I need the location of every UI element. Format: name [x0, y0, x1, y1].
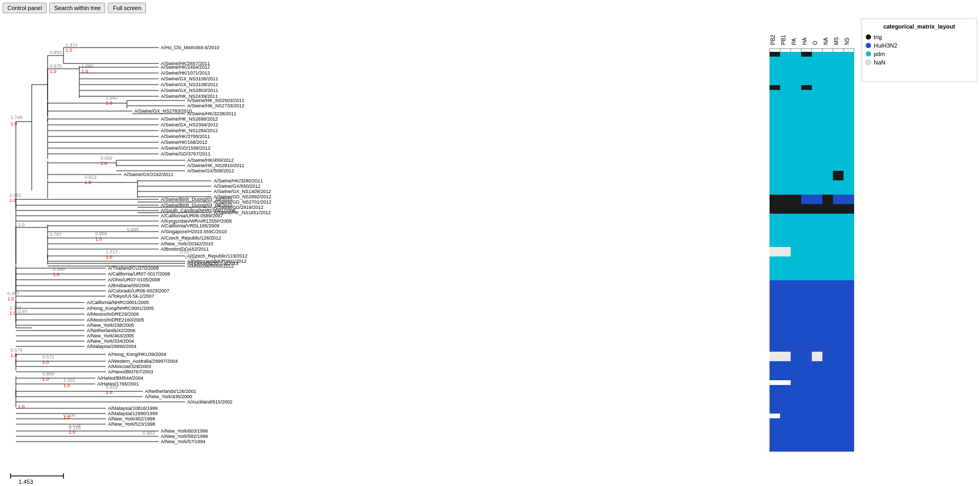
huih3n2-label: HuiH3N2: [874, 42, 897, 49]
svg-rect-342: [780, 380, 791, 385]
svg-rect-334: [780, 352, 791, 361]
phylogenetic-tree: 1.453 1.749 1.0 0.850 A/Ho_Chi_Minh/459.…: [0, 16, 571, 486]
legend-item-trig: trig: [866, 34, 973, 40]
legend: categorical_matrix_layout trig HuiH3N2 p…: [861, 19, 977, 82]
pdm-dot: [866, 51, 871, 57]
svg-rect-348: [770, 414, 854, 418]
svg-rect-351: [770, 428, 854, 433]
svg-rect-311: [770, 271, 854, 276]
svg-text:A/Swine/GD/3767/2011: A/Swine/GD/3767/2011: [161, 151, 210, 157]
svg-text:0.869: 0.869: [42, 371, 54, 377]
svg-rect-329: [770, 347, 854, 352]
svg-text:NA: NA: [823, 38, 829, 45]
svg-rect-281: [770, 157, 854, 161]
svg-text:1.0: 1.0: [106, 390, 113, 395]
huih3n2-dot: [866, 43, 871, 48]
svg-text:O: O: [812, 41, 818, 45]
svg-text:0.572: 0.572: [42, 354, 54, 360]
svg-rect-258: [770, 66, 854, 71]
svg-rect-303: [770, 233, 854, 237]
svg-text:0.487: 0.487: [7, 291, 20, 296]
svg-text:A/Swine/GX_NS3108/2011: A/Swine/GX_NS3108/2011: [161, 82, 218, 87]
pdm-label: pdm: [874, 51, 885, 57]
svg-rect-269: [770, 99, 854, 104]
svg-rect-305: [770, 242, 854, 247]
svg-text:1.0: 1.0: [95, 236, 102, 242]
legend-item-huih3n2: HuiH3N2: [866, 42, 973, 49]
svg-text:0.975: 0.975: [50, 63, 62, 69]
svg-rect-335: [812, 352, 822, 361]
svg-rect-299: [770, 214, 854, 218]
svg-text:1.0: 1.0: [106, 254, 113, 260]
svg-rect-302: [770, 228, 854, 233]
svg-rect-355: [770, 447, 854, 452]
svg-rect-259: [770, 71, 854, 76]
svg-text:A/Swine/HK/3700/2011: A/Swine/HK/3700/2011: [161, 134, 210, 139]
svg-text:1.317: 1.317: [106, 249, 118, 254]
svg-text:A/New_York/238/2005: A/New_York/238/2005: [87, 323, 134, 328]
svg-text:A/Swine/GX/650/2012: A/Swine/GX/650/2012: [214, 184, 261, 189]
trig-label: trig: [874, 34, 882, 40]
svg-text:1.0: 1.0: [42, 360, 49, 365]
full-screen-button[interactable]: Full screen: [108, 3, 146, 13]
svg-text:A/Swine/GX_NS2394/2012: A/Swine/GX_NS2394/2012: [161, 122, 218, 127]
svg-text:1.0: 1.0: [18, 222, 25, 227]
svg-rect-264: [770, 95, 854, 99]
svg-rect-267: [770, 85, 780, 90]
svg-rect-352: [770, 433, 854, 437]
main-area: 1.453 1.749 1.0 0.850 A/Ho_Chi_Minh/459.…: [0, 16, 980, 486]
svg-text:A/Thailand/CU370/2008: A/Thailand/CU370/2008: [108, 265, 159, 271]
svg-text:A/Swine/HK/168/2012: A/Swine/HK/168/2012: [161, 140, 207, 145]
svg-rect-283: [770, 166, 854, 171]
svg-text:A/Swine/HK/459/2012: A/Swine/HK/459/2012: [187, 158, 234, 163]
svg-text:1.0: 1.0: [7, 296, 14, 301]
svg-text:A/Czech_Republic/126/2012: A/Czech_Republic/126/2012: [161, 235, 221, 241]
svg-text:A/California/NHRC0001/2005: A/California/NHRC0001/2005: [87, 300, 149, 305]
svg-rect-343: [770, 390, 854, 395]
svg-text:A/Swine/GX/2242/2011: A/Swine/GX/2242/2011: [124, 172, 173, 177]
tree-container[interactable]: 1.453 1.749 1.0 0.850 A/Ho_Chi_Minh/459.…: [0, 16, 763, 486]
svg-rect-270: [770, 104, 854, 109]
svg-text:1.749: 1.749: [11, 115, 23, 120]
svg-text:0.850: 0.850: [50, 50, 62, 55]
svg-rect-347: [770, 409, 854, 414]
legend-item-pdm: pdm: [866, 51, 973, 57]
control-panel-button[interactable]: Control panel: [3, 3, 47, 13]
search-within-tree-button[interactable]: Search within tree: [49, 3, 105, 13]
svg-text:PB2: PB2: [770, 35, 776, 45]
svg-rect-327: [770, 337, 854, 342]
svg-text:1.0: 1.0: [10, 198, 16, 203]
svg-text:A/Swine/HK_NS2810/2011: A/Swine/HK_NS2810/2011: [187, 163, 244, 168]
svg-rect-268: [801, 85, 812, 90]
svg-text:PA: PA: [791, 38, 797, 45]
svg-text:A/Singapore/H2010.559C/2010: A/Singapore/H2010.559C/2010: [161, 229, 227, 234]
svg-text:A/South_Carolina/NHRC0001/2006: A/South_Carolina/NHRC0001/2006: [161, 208, 236, 213]
svg-text:A/Swine/HK_NS2698/2012: A/Swine/HK_NS2698/2012: [161, 116, 218, 122]
svg-text:A/New_York/452/1999: A/New_York/452/1999: [108, 416, 155, 421]
svg-rect-260: [770, 76, 854, 80]
svg-text:A/New_York/523/1998: A/New_York/523/1998: [108, 421, 155, 427]
svg-text:2.452: 2.452: [10, 192, 22, 198]
svg-rect-276: [770, 133, 854, 137]
svg-rect-319: [770, 299, 854, 304]
svg-text:0.619: 0.619: [106, 384, 118, 390]
svg-rect-321: [770, 309, 854, 314]
svg-text:A/Moscow/RII05/2012: A/Moscow/RII05/2012: [187, 263, 234, 269]
svg-text:1.0: 1.0: [10, 310, 16, 316]
svg-rect-287: [770, 185, 854, 190]
svg-rect-294: [770, 209, 854, 214]
svg-text:A/HaNoi/BM544/2004: A/HaNoi/BM544/2004: [97, 375, 143, 381]
right-panel: PB2 PB1 PA HA O NA MS NS: [763, 16, 980, 486]
svg-text:A/Swine/HK_NS2733/2012: A/Swine/HK_NS2733/2012: [187, 103, 244, 108]
svg-text:A/Mexico/InDRE29/2006: A/Mexico/InDRE29/2006: [87, 311, 139, 317]
svg-text:A/Swine/GX_NS2783/2010: A/Swine/GX_NS2783/2010: [134, 108, 192, 114]
svg-text:A/New_York/334/2004: A/New_York/334/2004: [87, 338, 134, 344]
svg-text:A/Hong_Kong/HKU39/2004: A/Hong_Kong/HKU39/2004: [108, 352, 166, 357]
svg-text:A/Swine/GX_NS2803/2011: A/Swine/GX_NS2803/2011: [161, 88, 218, 93]
svg-text:A/HaNoi/1766/2001: A/HaNoi/1766/2001: [97, 381, 139, 387]
svg-rect-263: [770, 90, 854, 95]
svg-text:A/Hong_Kong/NHRC0001/2005: A/Hong_Kong/NHRC0001/2005: [87, 306, 154, 311]
svg-rect-286: [770, 180, 854, 185]
svg-text:1.453: 1.453: [19, 479, 33, 485]
svg-rect-290: [833, 176, 844, 180]
